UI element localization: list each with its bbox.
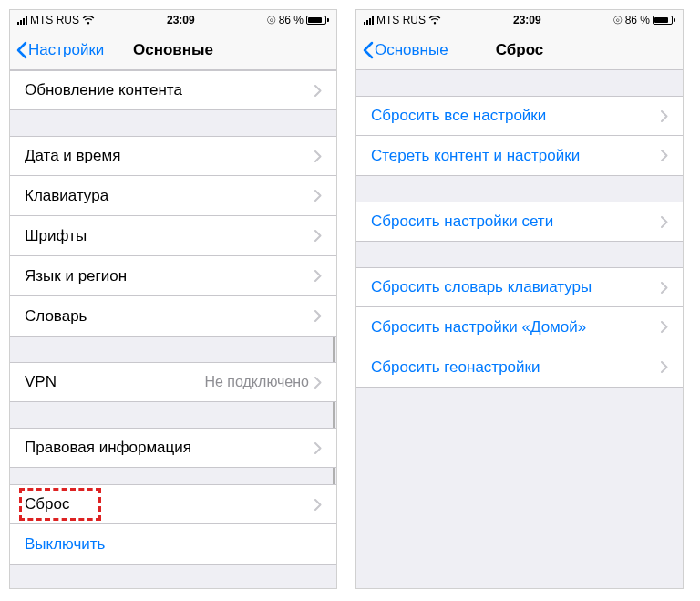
chevron-left-icon [362, 41, 375, 59]
cell-дата-и-время[interactable]: Дата и время [10, 136, 336, 176]
cell-label: Стереть контент и настройки [371, 147, 661, 165]
cell-словарь[interactable]: Словарь [10, 296, 336, 337]
cell-обновление-контента[interactable]: Обновление контента [10, 70, 336, 110]
cell-сбросить-все-настройки[interactable]: Сбросить все настройки [356, 96, 683, 136]
cell-label: Шрифты [25, 227, 314, 245]
chevron-right-icon [661, 321, 668, 333]
status-time: 23:09 [167, 14, 195, 26]
cell-label: Язык и регион [25, 267, 314, 285]
chevron-right-icon [314, 442, 322, 454]
signal-icon [17, 16, 27, 25]
chevron-right-icon [314, 377, 322, 389]
cell-group: VPNНе подключено [10, 362, 336, 402]
cell-label: VPN [25, 373, 204, 391]
cell-сбросить-настройки-домой[interactable]: Сбросить настройки «Домой» [356, 307, 683, 347]
status-bar: MTS RUS 23:09 ⦾ 86 % [356, 10, 683, 30]
content-left[interactable]: Обновление контентаДата и времяКлавиатур… [10, 70, 336, 588]
battery-pct: 86 % [625, 14, 650, 26]
chevron-right-icon [314, 270, 322, 282]
cell-label: Правовая информация [25, 439, 314, 457]
cell-vpn[interactable]: VPNНе подключено [10, 362, 336, 402]
nav-bar: Настройки Основные [10, 30, 336, 70]
cell-label: Сбросить настройки сети [371, 212, 661, 231]
status-time: 23:09 [513, 14, 541, 26]
chevron-right-icon [661, 361, 668, 373]
cell-group: Правовая информация [10, 428, 336, 468]
cell-сброс[interactable]: Сброс [10, 484, 336, 524]
cell-group: Сбросить словарь клавиатурыСбросить наст… [356, 267, 683, 388]
chevron-right-icon [314, 190, 322, 202]
chevron-right-icon [314, 85, 322, 97]
cell-label: Клавиатура [25, 187, 314, 205]
signal-icon [364, 16, 374, 25]
cell-label: Сбросить геонастройки [371, 358, 661, 377]
cell-клавиатура[interactable]: Клавиатура [10, 176, 336, 216]
cell-label: Выключить [25, 535, 322, 554]
battery-icon [306, 16, 329, 25]
cell-сбросить-словарь-клавиатуры[interactable]: Сбросить словарь клавиатуры [356, 267, 683, 307]
cell-стереть-контент-и-настройки[interactable]: Стереть контент и настройки [356, 136, 683, 176]
cell-group: Дата и времяКлавиатураШрифтыЯзык и регио… [10, 136, 336, 337]
cell-label: Дата и время [25, 147, 314, 165]
carrier-label: MTS RUS [376, 14, 426, 26]
battery-fill [308, 17, 322, 23]
back-button[interactable]: Основные [356, 41, 448, 59]
back-label: Основные [375, 41, 448, 59]
chevron-right-icon [661, 150, 668, 161]
cell-label: Обновление контента [25, 81, 314, 99]
battery-pct: 86 % [279, 14, 304, 26]
cell-group: Сбросить все настройкиСтереть контент и … [356, 96, 683, 176]
cell-сбросить-геонастройки[interactable]: Сбросить геонастройки [356, 347, 683, 388]
wifi-icon [82, 16, 95, 25]
back-label: Настройки [28, 41, 104, 59]
chevron-right-icon [314, 230, 322, 242]
cell-detail: Не подключено [204, 374, 309, 390]
cell-выключить[interactable]: Выключить [10, 524, 336, 565]
phone-left: MTS RUS 23:09 ⦾ 86 % Настройки Основные … [9, 9, 337, 589]
cell-сбросить-настройки-сети[interactable]: Сбросить настройки сети [356, 202, 683, 242]
chevron-left-icon [15, 41, 28, 59]
cell-язык-и-регион[interactable]: Язык и регион [10, 256, 336, 296]
chevron-right-icon [314, 310, 322, 322]
battery-fill [654, 17, 668, 23]
chevron-right-icon [661, 282, 668, 294]
content-right[interactable]: Сбросить все настройкиСтереть контент и … [356, 70, 683, 588]
phone-right: MTS RUS 23:09 ⦾ 86 % Основные Сброс Сбро… [355, 9, 684, 589]
chevron-right-icon [314, 499, 322, 511]
cell-правовая-информация[interactable]: Правовая информация [10, 428, 336, 468]
cell-label: Сбросить словарь клавиатуры [371, 278, 661, 296]
back-button[interactable]: Настройки [10, 41, 104, 59]
carrier-label: MTS RUS [30, 14, 79, 26]
chevron-right-icon [314, 150, 322, 162]
nav-bar: Основные Сброс [356, 30, 683, 70]
cell-шрифты[interactable]: Шрифты [10, 216, 336, 256]
chevron-right-icon [661, 110, 668, 122]
status-bar: MTS RUS 23:09 ⦾ 86 % [10, 10, 336, 30]
alarm-icon: ⦾ [613, 14, 623, 26]
cell-label: Сбросить все настройки [371, 107, 661, 125]
cell-group: Сбросить настройки сети [356, 202, 683, 242]
chevron-right-icon [661, 216, 668, 228]
cell-label: Сбросить настройки «Домой» [371, 318, 661, 337]
alarm-icon: ⦾ [267, 14, 276, 26]
cell-group: СбросВыключить [10, 484, 336, 565]
cell-group: Обновление контента [10, 70, 336, 110]
cell-label: Сброс [25, 495, 314, 513]
battery-icon [653, 16, 675, 25]
wifi-icon [428, 16, 441, 25]
cell-label: Словарь [25, 307, 314, 326]
